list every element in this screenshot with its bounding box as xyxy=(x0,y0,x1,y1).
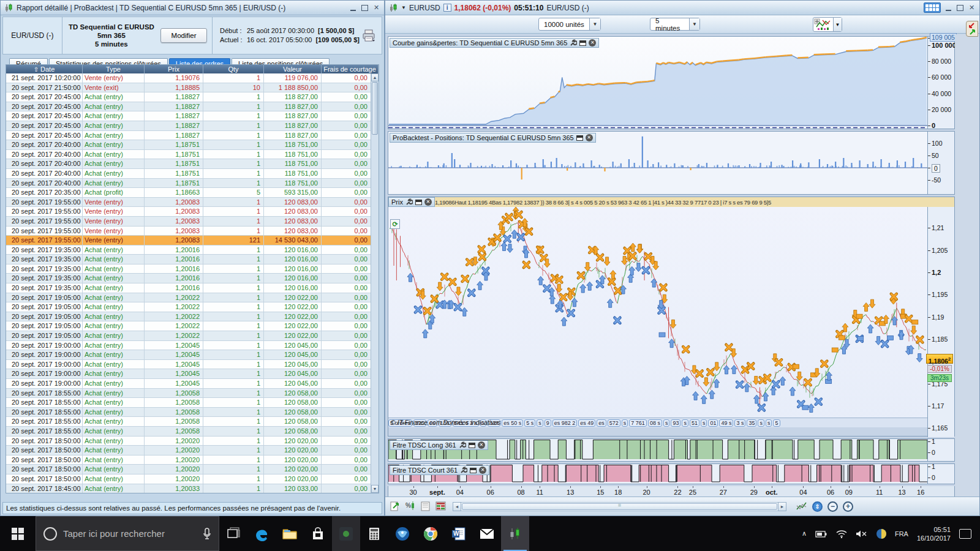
prorealtime-app-icon[interactable] xyxy=(332,516,360,551)
wifi-icon[interactable] xyxy=(836,530,847,538)
tdsc-court-plot[interactable]: Fitre TDSC Court 361 ✕ xyxy=(388,464,927,484)
order-row[interactable]: 20 sept. 2017 20:35:00Achat (profit)1,18… xyxy=(6,188,371,198)
window-icon[interactable] xyxy=(576,135,583,141)
tdsc-court-title[interactable]: Fitre TDSC Court 361 ✕ xyxy=(390,465,489,475)
column-header-Frais de courtage[interactable]: Frais de courtage xyxy=(322,65,379,73)
minimize-button[interactable] xyxy=(944,4,952,12)
order-row[interactable]: 20 sept. 2017 18:50:00Achat (entry)1,200… xyxy=(6,437,371,446)
positions-plot[interactable]: ProBacktest - Positions: TD Sequential C… xyxy=(388,132,927,194)
order-row[interactable]: 20 sept. 2017 19:00:00Achat (entry)1,200… xyxy=(6,341,371,351)
order-row[interactable]: 20 sept. 2017 19:35:00Achat (entry)1,200… xyxy=(6,274,371,283)
tray-expand-icon[interactable]: ∧ xyxy=(802,530,807,538)
price-panel-title[interactable]: Prix ✕ xyxy=(388,197,435,207)
orders-table-header[interactable]: ⇧DateTypePrixQtyValeurFrais de courtage xyxy=(6,65,379,73)
calculator-icon[interactable] xyxy=(360,516,388,551)
modify-button[interactable]: Modifier xyxy=(160,28,207,43)
printer-icon[interactable] xyxy=(362,29,375,42)
wrench-icon[interactable] xyxy=(405,198,413,206)
order-row[interactable]: 20 sept. 2017 19:35:00Achat (entry)1,200… xyxy=(6,283,371,293)
horizontal-scrollbar[interactable]: ◄ ► xyxy=(453,502,786,511)
chart-titlebar[interactable]: ▼ EURUSD i 1,18062 (-0,01%) 05:51:10 EUR… xyxy=(385,1,979,15)
positions-panel-title[interactable]: ProBacktest - Positions: TD Sequential C… xyxy=(390,133,596,143)
close-icon[interactable]: ✕ xyxy=(479,467,486,474)
order-row[interactable]: 20 sept. 2017 18:55:00Achat (entry)1,200… xyxy=(6,408,371,418)
notification-center-icon[interactable] xyxy=(959,529,971,539)
maximize-button[interactable] xyxy=(956,4,964,12)
chart-type-button[interactable]: ▼ xyxy=(813,17,842,32)
order-row[interactable]: 20 sept. 2017 19:00:00Achat (entry)1,200… xyxy=(6,360,371,370)
edge-icon[interactable] xyxy=(247,516,276,551)
info-icon[interactable]: i xyxy=(443,4,451,12)
compare-icon[interactable] xyxy=(796,501,807,512)
order-row[interactable]: 20 sept. 2017 19:55:00Vente (entry)1,200… xyxy=(6,227,371,236)
hscroll-thumb[interactable] xyxy=(462,503,777,510)
mail-icon[interactable] xyxy=(473,516,501,551)
scroll-down-icon[interactable]: ▼ xyxy=(371,485,379,493)
close-button[interactable]: ✕ xyxy=(968,4,976,12)
taskbar-clock[interactable]: 05:5116/10/2017 xyxy=(917,525,951,542)
order-row[interactable]: 20 sept. 2017 19:55:00Vente (entry)1,200… xyxy=(6,207,371,217)
wrench-icon[interactable] xyxy=(459,441,466,449)
order-row[interactable]: 20 sept. 2017 20:45:00Achat (entry)1,188… xyxy=(6,121,371,131)
store-icon[interactable] xyxy=(304,516,332,551)
export-icon[interactable] xyxy=(390,501,401,512)
order-row[interactable]: 20 sept. 2017 20:45:00Achat (entry)1,188… xyxy=(6,131,371,141)
language-indicator[interactable]: FRA xyxy=(895,530,908,538)
refresh-icon[interactable]: ⟳ xyxy=(390,219,400,229)
order-row[interactable]: 20 sept. 2017 20:40:00Achat (entry)1,187… xyxy=(6,140,371,150)
news-icon[interactable] xyxy=(420,501,431,512)
minimize-button[interactable] xyxy=(349,4,357,12)
order-row[interactable]: 20 sept. 2017 19:35:00Achat (entry)1,200… xyxy=(6,246,371,255)
thunderbird-icon[interactable] xyxy=(388,516,417,551)
order-row[interactable]: 20 sept. 2017 19:00:00Achat (entry)1,200… xyxy=(6,379,371,389)
percent-chart-icon[interactable]: % xyxy=(405,501,416,512)
order-row[interactable]: 20 sept. 2017 19:05:00Achat (entry)1,200… xyxy=(6,302,371,312)
scroll-left-icon[interactable]: ◄ xyxy=(453,502,461,511)
timeframe-dropdown[interactable]: 5 minutes▼ xyxy=(650,18,700,31)
wrench-icon[interactable] xyxy=(460,467,467,474)
equity-panel-title[interactable]: Courbe gains&pertes: TD Sequential C EUR… xyxy=(390,38,599,48)
onedrive-icon[interactable] xyxy=(876,529,886,539)
order-row[interactable]: 20 sept. 2017 18:45:00Achat (entry)1,200… xyxy=(6,484,371,493)
order-row[interactable]: 20 sept. 2017 18:55:00Achat (entry)1,200… xyxy=(6,398,371,408)
buy-sell-sidetab-icon[interactable] xyxy=(966,21,978,37)
maximize-button[interactable] xyxy=(361,4,369,12)
column-header-Type[interactable]: Type xyxy=(83,65,145,73)
order-row[interactable]: 20 sept. 2017 19:05:00Achat (entry)1,200… xyxy=(6,321,371,331)
order-row[interactable]: 20 sept. 2017 19:35:00Achat (entry)1,200… xyxy=(6,264,371,274)
tdsc-long-plot[interactable]: Fitre TDSC Long 361 ✕ xyxy=(388,439,927,461)
order-row[interactable]: 21 sept. 2017 10:20:00Vente (entry)1,190… xyxy=(6,73,371,83)
units-dropdown[interactable]: 10000 unités▼ xyxy=(538,18,601,31)
close-icon[interactable]: ✕ xyxy=(589,39,596,47)
chrome-icon[interactable] xyxy=(417,516,445,551)
order-row[interactable]: 20 sept. 2017 18:50:00Achat (entry)1,200… xyxy=(6,465,371,474)
order-row[interactable]: 20 sept. 2017 19:05:00Achat (entry)1,200… xyxy=(6,293,371,303)
close-icon[interactable]: ✕ xyxy=(424,198,432,206)
order-row[interactable]: 20 sept. 2017 18:55:00Achat (entry)1,200… xyxy=(6,417,371,427)
keyboard-icon[interactable] xyxy=(924,2,941,13)
order-row[interactable]: 20 sept. 2017 20:45:00Achat (entry)1,188… xyxy=(6,111,371,121)
zoom-out-icon[interactable]: − xyxy=(827,501,838,512)
file-explorer-icon[interactable] xyxy=(276,516,304,551)
prorealtime-chart-icon[interactable] xyxy=(501,516,529,551)
wrench-icon[interactable] xyxy=(570,39,577,47)
column-header-Prix[interactable]: Prix xyxy=(145,65,203,73)
order-row[interactable]: 20 sept. 2017 20:45:00Achat (entry)1,188… xyxy=(6,102,371,112)
table-scrollbar[interactable]: ▲ ▼ xyxy=(371,73,379,493)
column-header-Qty[interactable]: Qty xyxy=(203,65,264,73)
window-icon[interactable] xyxy=(579,40,586,46)
order-row[interactable]: 20 sept. 2017 19:55:00Vente (entry)1,200… xyxy=(6,236,371,246)
window-icon[interactable] xyxy=(415,200,422,205)
order-row[interactable]: 20 sept. 2017 20:40:00Achat (entry)1,187… xyxy=(6,169,371,179)
equity-plot[interactable]: Courbe gains&pertes: TD Sequential C EUR… xyxy=(388,37,927,129)
close-icon[interactable]: ✕ xyxy=(586,134,593,141)
order-row[interactable]: 20 sept. 2017 20:40:00Achat (entry)1,187… xyxy=(6,159,371,169)
chevron-down-icon[interactable]: ▼ xyxy=(833,18,842,31)
order-row[interactable]: 20 sept. 2017 21:50:00Vente (exit)1,1888… xyxy=(6,83,371,93)
microphone-icon[interactable] xyxy=(203,528,211,540)
scroll-up-icon[interactable]: ▲ xyxy=(371,73,379,81)
order-row[interactable]: 20 sept. 2017 19:00:00Achat (entry)1,200… xyxy=(6,350,371,360)
order-row[interactable]: 20 sept. 2017 18:50:00Achat (entry)1,200… xyxy=(6,446,371,455)
tdsc-long-title[interactable]: Fitre TDSC Long 361 ✕ xyxy=(390,440,488,450)
scroll-thumb[interactable] xyxy=(372,82,378,135)
